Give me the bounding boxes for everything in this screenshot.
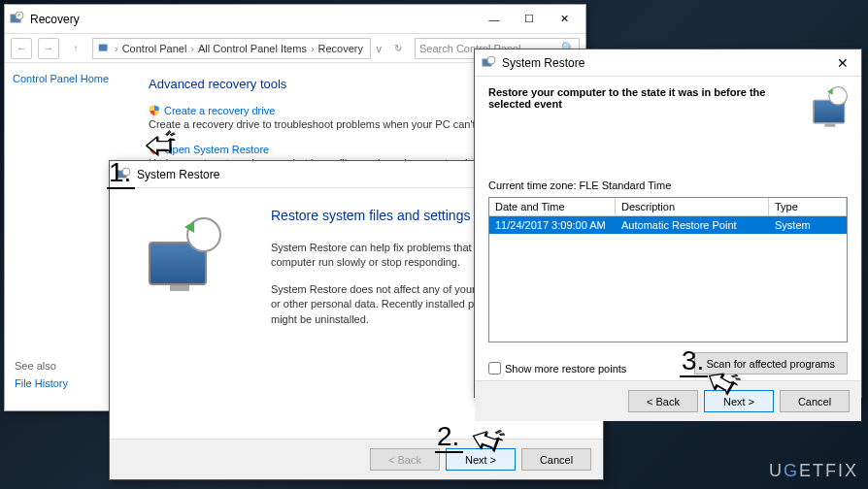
restore-points-table[interactable]: Date and Time Description Type 11/24/201… [488, 197, 848, 342]
forward-button[interactable]: → [38, 38, 59, 59]
timezone-label: Current time zone: FLE Standard Time [488, 179, 848, 191]
system-restore-wizard-2: System Restore ✕ Restore your computer t… [474, 49, 862, 398]
sr1-illustration-pane [110, 188, 255, 439]
cancel-button[interactable]: Cancel [521, 448, 591, 471]
close-button[interactable]: ✕ [830, 55, 855, 71]
svg-point-6 [487, 56, 495, 64]
restore-clock-icon [811, 86, 849, 129]
sr2-footer: < Back Next > Cancel [475, 380, 861, 421]
pointer-hand-icon [699, 361, 742, 404]
table-header: Date and Time Description Type [489, 198, 847, 216]
minimize-button[interactable]: — [477, 9, 512, 30]
restore-clock-icon [144, 217, 221, 295]
refresh-button[interactable]: ↻ [387, 38, 409, 59]
step-2-label: 2. [435, 421, 463, 452]
recovery-icon [9, 12, 24, 27]
back-button: < Back [370, 448, 440, 471]
close-button[interactable]: ✕ [547, 9, 582, 30]
maximize-button[interactable]: ☐ [512, 9, 547, 30]
svg-rect-2 [99, 44, 108, 50]
system-restore-icon [481, 55, 496, 71]
control-panel-home-link[interactable]: Control Panel Home [13, 73, 123, 84]
sr2-title: System Restore [502, 56, 830, 70]
sr2-heading: Restore your computer to the state it wa… [488, 86, 780, 110]
back-button[interactable]: < Back [628, 390, 698, 412]
pointer-hand-icon [464, 419, 507, 462]
file-history-link[interactable]: File History [15, 377, 68, 389]
step-1-label: 1. [107, 157, 135, 188]
sr1-footer: < Back Next > Cancel [110, 439, 603, 479]
watermark: UGETFIX [769, 461, 858, 481]
cancel-button[interactable]: Cancel [780, 390, 850, 412]
table-row[interactable]: 11/24/2017 3:09:00 AM Automatic Restore … [489, 216, 847, 234]
back-button[interactable]: ← [11, 38, 32, 59]
cp-title: Recovery [30, 13, 477, 26]
pointer-hand-icon [138, 124, 181, 167]
shield-icon [149, 105, 160, 116]
show-more-checkbox[interactable]: Show more restore points [488, 362, 626, 375]
up-button[interactable]: ↑ [65, 38, 86, 59]
cp-titlebar: Recovery — ☐ ✕ [5, 5, 585, 34]
sr2-titlebar: System Restore ✕ [475, 49, 861, 77]
breadcrumb[interactable]: › Control Panel› All Control Panel Items… [92, 38, 371, 59]
see-also-header: See also [15, 360, 68, 372]
recovery-icon [97, 42, 111, 55]
